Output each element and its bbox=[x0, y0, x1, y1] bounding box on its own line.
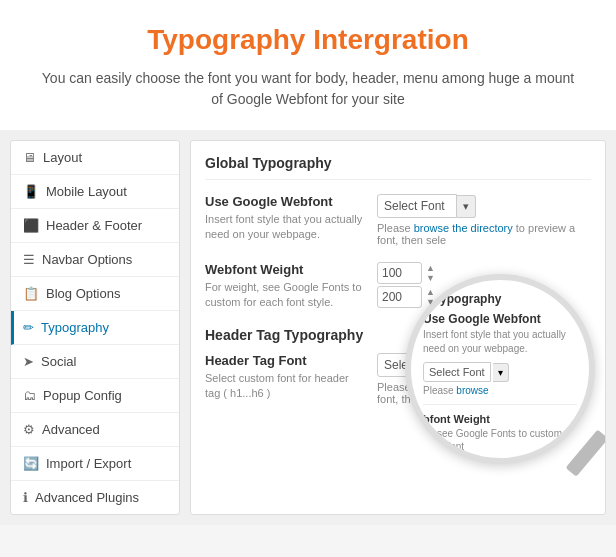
sidebar-item-popup[interactable]: 🗂 Popup Config bbox=[11, 379, 179, 413]
header-footer-icon: ⬛ bbox=[23, 218, 39, 233]
sidebar-item-import-export[interactable]: 🔄 Import / Export bbox=[11, 447, 179, 481]
sidebar-item-blog[interactable]: 📋 Blog Options bbox=[11, 277, 179, 311]
magnify-circle: n Typography Use Google Webfont Insert f… bbox=[405, 274, 595, 464]
content-area: 🖥 Layout 📱 Mobile Layout ⬛ Header & Foot… bbox=[0, 130, 616, 525]
header-section: Typography Intergration You can easily c… bbox=[0, 0, 616, 130]
use-google-webfont-row: Use Google Webfont Insert font style tha… bbox=[205, 194, 591, 246]
page-title: Typography Intergration bbox=[40, 24, 576, 56]
magnify-content: n Typography Use Google Webfont Insert f… bbox=[411, 280, 589, 464]
sidebar: 🖥 Layout 📱 Mobile Layout ⬛ Header & Foot… bbox=[10, 140, 180, 515]
import-export-icon: 🔄 bbox=[23, 456, 39, 471]
header-tag-font-label: Header Tag Font Select custom font for h… bbox=[205, 353, 365, 402]
social-icon: ➤ bbox=[23, 354, 34, 369]
magnify-browse: Please browse bbox=[423, 385, 577, 396]
popup-icon: 🗂 bbox=[23, 388, 36, 403]
advanced-plugins-icon: ℹ bbox=[23, 490, 28, 505]
select-font-dropdown-btn[interactable]: ▾ bbox=[457, 195, 476, 218]
sidebar-item-layout[interactable]: 🖥 Layout bbox=[11, 141, 179, 175]
magnify-divider bbox=[423, 404, 577, 405]
browse-text: Please browse the directory to preview a… bbox=[377, 222, 591, 246]
navbar-icon: ☰ bbox=[23, 252, 35, 267]
use-google-webfont-label: Use Google Webfont Insert font style tha… bbox=[205, 194, 365, 243]
magnify-select-btn[interactable]: ▾ bbox=[493, 363, 509, 382]
magnify-weight-nums: 100 ▲▼ 200 ▲▼ bbox=[423, 458, 577, 464]
sidebar-item-advanced-plugins[interactable]: ℹ Advanced Plugins bbox=[11, 481, 179, 514]
sidebar-item-social[interactable]: ➤ Social bbox=[11, 345, 179, 379]
sidebar-item-header-footer[interactable]: ⬛ Header & Footer bbox=[11, 209, 179, 243]
webfont-weight-label: Webfont Weight For weight, see Google Fo… bbox=[205, 262, 365, 311]
typography-icon: ✏ bbox=[23, 320, 34, 335]
magnify-section-label: n Typography bbox=[423, 292, 577, 306]
global-typography-title: Global Typography bbox=[205, 155, 591, 180]
sidebar-item-typography[interactable]: ✏ Typography bbox=[11, 311, 179, 345]
page-subtitle: You can easily choose the font you want … bbox=[40, 68, 576, 110]
magnify-handle bbox=[565, 430, 606, 477]
magnify-select-input[interactable]: Select Font bbox=[423, 362, 491, 382]
magnify-webfont-label: Use Google Webfont Insert font style tha… bbox=[423, 312, 577, 396]
select-font-input[interactable]: Select Font bbox=[377, 194, 457, 218]
main-panel: Global Typography Use Google Webfont Ins… bbox=[190, 140, 606, 515]
magnify-overlay: n Typography Use Google Webfont Insert f… bbox=[395, 274, 606, 474]
magnify-select-wrapper: Select Font ▾ bbox=[423, 362, 577, 382]
use-google-webfont-control: Select Font ▾ Please browse the director… bbox=[377, 194, 591, 246]
advanced-icon: ⚙ bbox=[23, 422, 35, 437]
sidebar-item-navbar[interactable]: ☰ Navbar Options bbox=[11, 243, 179, 277]
layout-icon: 🖥 bbox=[23, 150, 36, 165]
browse-link[interactable]: browse the directory bbox=[414, 222, 513, 234]
magnify-browse-link[interactable]: browse bbox=[456, 385, 488, 396]
select-font-wrapper: Select Font ▾ bbox=[377, 194, 591, 218]
mobile-icon: 📱 bbox=[23, 184, 39, 199]
blog-icon: 📋 bbox=[23, 286, 39, 301]
magnify-weight-section: bfont Weight ht, see Google Fonts to cus… bbox=[423, 413, 577, 464]
sidebar-item-mobile-layout[interactable]: 📱 Mobile Layout bbox=[11, 175, 179, 209]
sidebar-item-advanced[interactable]: ⚙ Advanced bbox=[11, 413, 179, 447]
